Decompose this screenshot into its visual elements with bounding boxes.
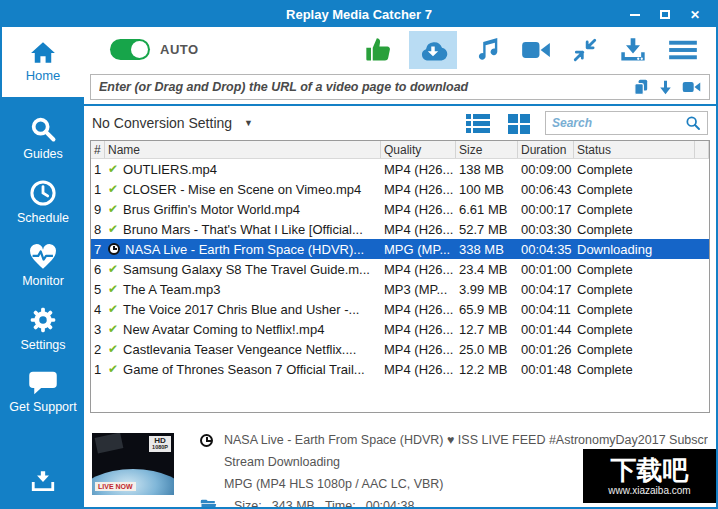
- col-status[interactable]: Status: [574, 141, 695, 158]
- col-size[interactable]: Size: [456, 141, 518, 158]
- row-size: 138 MB: [456, 162, 518, 177]
- row-status: Complete: [574, 362, 695, 377]
- minimize-button[interactable]: [624, 6, 646, 24]
- url-row: Enter (or Drag and Drop) the URL of a vi…: [84, 72, 716, 104]
- table-row[interactable]: 5 ✔ The A Team.mp3 MP3 (MP... 3.99 MB 00…: [91, 279, 709, 299]
- download-arrow-icon[interactable]: [658, 80, 673, 95]
- row-status: Complete: [574, 222, 695, 237]
- table-row[interactable]: 9 ✔ Brus Griffin's Motor World.mp4 MP4 (…: [91, 199, 709, 219]
- maximize-icon: [660, 10, 670, 19]
- table-row[interactable]: 3 ✔ New Avatar Coming to Netflix!.mp4 MP…: [91, 319, 709, 339]
- complete-check-icon: ✔: [108, 262, 118, 276]
- row-quality: MP4 (H26...: [381, 182, 456, 197]
- row-name-cell: ✔ Samsung Galaxy S8 The Travel Guide.m..…: [105, 262, 381, 277]
- import-button[interactable]: [2, 469, 84, 507]
- row-duration: 00:04:35: [518, 242, 574, 257]
- row-size: 65.9 MB: [456, 302, 518, 317]
- sidebar-item-label: Guides: [23, 147, 63, 161]
- home-icon: [30, 41, 56, 65]
- row-status: Complete: [574, 182, 695, 197]
- auto-toggle[interactable]: [110, 39, 150, 60]
- speech-bubble-icon: [28, 370, 58, 396]
- gear-icon: [29, 306, 57, 334]
- row-name: NASA Live - Earth From Space (HDVR)...: [125, 242, 364, 257]
- table-row[interactable]: 1 ✔ CLOSER - Mise en Scene on Vimeo.mp4 …: [91, 179, 709, 199]
- table-row[interactable]: 6 ✔ Samsung Galaxy S8 The Travel Guide.m…: [91, 259, 709, 279]
- search-input[interactable]: Search: [545, 111, 708, 135]
- close-button[interactable]: ✕: [684, 6, 706, 24]
- menu-button[interactable]: [664, 34, 702, 66]
- watermark-text: 下载吧: [611, 457, 689, 483]
- sidebar-item-schedule[interactable]: Schedule: [2, 179, 84, 225]
- maximize-button[interactable]: [654, 6, 676, 24]
- row-duration: 00:00:17: [518, 202, 574, 217]
- chevron-down-icon: ▼: [244, 118, 253, 128]
- size-value: 343 MB: [272, 499, 315, 509]
- table-row[interactable]: 8 ✔ Bruno Mars - That's What I Like [Off…: [91, 219, 709, 239]
- url-input[interactable]: Enter (or Drag and Drop) the URL of a vi…: [90, 74, 710, 100]
- row-name: CLOSER - Mise en Scene on Vimeo.mp4: [123, 182, 361, 197]
- row-num: 2: [91, 342, 105, 357]
- sidebar: Home Guides Schedule Monitor: [2, 27, 84, 507]
- heart-pulse-icon: [28, 243, 58, 270]
- row-name: Castlevania Teaser Vengeance Netflix....: [123, 342, 356, 357]
- music-note-icon: [474, 36, 500, 64]
- music-button[interactable]: [470, 32, 504, 68]
- live-badge: LIVE NOW: [95, 482, 136, 491]
- table-row[interactable]: 7 ✔ NASA Live - Earth From Space (HDVR).…: [91, 239, 709, 259]
- list-view-button[interactable]: [461, 109, 495, 138]
- table-header[interactable]: # Name Quality Size Duration Status: [91, 141, 709, 159]
- hd-badge: HD1080P: [149, 436, 171, 452]
- grid-view-button[interactable]: [503, 109, 535, 138]
- row-status: Downloading: [574, 242, 695, 257]
- folder-icon[interactable]: [200, 499, 217, 509]
- row-status: Complete: [574, 282, 695, 297]
- col-name[interactable]: Name: [105, 141, 381, 158]
- toggle-knob: [131, 41, 148, 58]
- thumbnail-station-shape: [95, 433, 124, 454]
- table-row[interactable]: 2 ✔ Castlevania Teaser Vengeance Netflix…: [91, 339, 709, 359]
- thumbs-up-button[interactable]: [360, 32, 396, 68]
- sidebar-item-label: Get Support: [9, 400, 76, 414]
- search-icon: [685, 115, 701, 131]
- row-size: 12.7 MB: [456, 322, 518, 337]
- table-filler: [91, 379, 709, 412]
- row-num: 7: [91, 242, 105, 257]
- table-row[interactable]: 1 ✔ OUTLIERS.mp4 MP4 (H26... 138 MB 00:0…: [91, 159, 709, 179]
- row-num: 8: [91, 222, 105, 237]
- row-num: 9: [91, 202, 105, 217]
- complete-check-icon: ✔: [108, 322, 118, 336]
- cloud-download-button[interactable]: [409, 31, 457, 69]
- row-quality: MP4 (H26...: [381, 342, 456, 357]
- col-duration[interactable]: Duration: [518, 141, 574, 158]
- sidebar-item-get-support[interactable]: Get Support: [2, 370, 84, 414]
- controls-row: No Conversion Setting ▼ Search: [84, 106, 716, 140]
- col-num[interactable]: #: [91, 141, 105, 158]
- row-size: 338 MB: [456, 242, 518, 257]
- close-icon: ✕: [690, 9, 700, 21]
- complete-check-icon: ✔: [108, 342, 118, 356]
- sidebar-item-guides[interactable]: Guides: [2, 115, 84, 161]
- row-name: The A Team.mp3: [123, 282, 220, 297]
- row-name-cell: ✔ Brus Griffin's Motor World.mp4: [105, 202, 381, 217]
- row-name-cell: ✔ New Avatar Coming to Netflix!.mp4: [105, 322, 381, 337]
- conversion-setting-dropdown[interactable]: No Conversion Setting ▼: [92, 115, 253, 131]
- sidebar-item-home[interactable]: Home: [2, 27, 84, 97]
- col-quality[interactable]: Quality: [381, 141, 456, 158]
- table-row[interactable]: 4 ✔ The Voice 2017 Chris Blue and Usher …: [91, 299, 709, 319]
- search-guides-icon: [29, 115, 57, 143]
- record-camera-icon[interactable]: [682, 80, 701, 94]
- camcorder-button[interactable]: [517, 34, 555, 66]
- paste-icon[interactable]: [633, 79, 649, 96]
- row-size: 52.7 MB: [456, 222, 518, 237]
- collapse-button[interactable]: [568, 33, 602, 67]
- sidebar-item-monitor[interactable]: Monitor: [2, 243, 84, 288]
- row-quality: MP4 (H26...: [381, 302, 456, 317]
- row-size: 100 MB: [456, 182, 518, 197]
- sidebar-item-settings[interactable]: Settings: [2, 306, 84, 352]
- download-manager-button[interactable]: [615, 33, 651, 67]
- conversion-setting-label: No Conversion Setting: [92, 115, 232, 131]
- table-row[interactable]: 1 ✔ Game of Thrones Season 7 Official Tr…: [91, 359, 709, 379]
- app-window: Replay Media Catcher 7 ✕ Home Guides: [0, 0, 718, 509]
- col-spacer: [695, 141, 709, 158]
